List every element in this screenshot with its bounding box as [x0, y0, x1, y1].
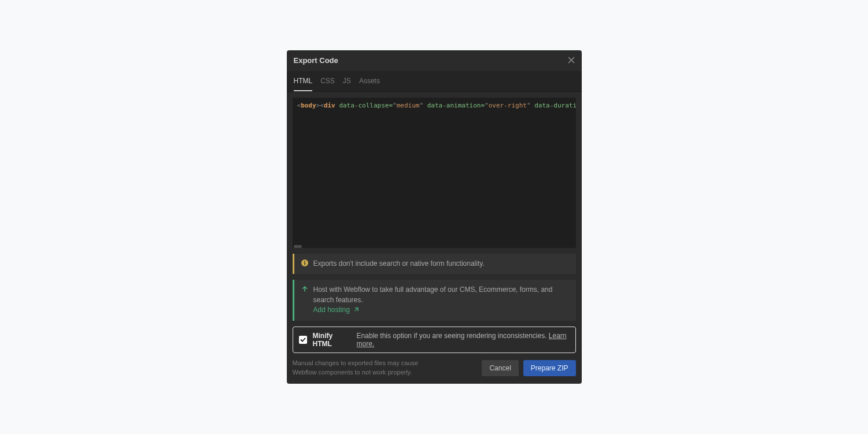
modal-header: Export Code — [287, 50, 582, 71]
prepare-zip-button[interactable]: Prepare ZIP — [523, 360, 576, 376]
add-hosting-link[interactable]: Add hosting — [313, 306, 359, 314]
cancel-button[interactable]: Cancel — [482, 360, 518, 376]
code-token: body — [301, 102, 316, 109]
warning-notice: Exports don't include search or native f… — [293, 254, 576, 274]
export-code-modal: Export Code HTML CSS JS Assets <body><di… — [287, 50, 582, 384]
minify-label: Minify HTML — [313, 332, 351, 348]
hosting-notice: Host with Webflow to take full advantage… — [293, 280, 576, 321]
code-token: " — [485, 102, 489, 109]
modal-footer: Manual changes to exported files may cau… — [287, 359, 582, 384]
code-token — [423, 102, 427, 109]
tab-css[interactable]: CSS — [320, 71, 335, 91]
minify-checkbox[interactable] — [299, 336, 307, 344]
close-icon[interactable] — [568, 56, 575, 65]
code-token: over-right — [489, 102, 527, 109]
horizontal-scrollbar[interactable] — [293, 244, 576, 248]
tab-bar: HTML CSS JS Assets — [287, 71, 582, 92]
code-token: " — [393, 102, 397, 109]
modal-title: Export Code — [294, 56, 338, 65]
hosting-text: Host with Webflow to take full advantage… — [313, 285, 569, 316]
tab-assets[interactable]: Assets — [359, 71, 380, 91]
external-link-icon — [353, 306, 359, 316]
hosting-message: Host with Webflow to take full advantage… — [313, 285, 553, 303]
minify-description: Enable this option if you are seeing ren… — [357, 332, 570, 348]
tab-js[interactable]: JS — [343, 71, 351, 91]
footer-buttons: Cancel Prepare ZIP — [482, 360, 575, 376]
code-token: data-duration= — [534, 102, 575, 109]
warning-text: Exports don't include search or native f… — [313, 259, 485, 269]
minify-html-option[interactable]: Minify HTML Enable this option if you ar… — [293, 327, 576, 353]
svg-rect-1 — [304, 262, 305, 265]
tab-html[interactable]: HTML — [294, 71, 313, 91]
code-token: >< — [316, 102, 324, 109]
code-token: " — [527, 102, 531, 109]
arrow-up-icon — [301, 285, 308, 292]
code-token: data-animation= — [427, 102, 485, 109]
footer-note: Manual changes to exported files may cau… — [293, 359, 437, 377]
code-token: div — [324, 102, 335, 109]
svg-rect-2 — [304, 261, 305, 262]
scrollbar-thumb[interactable] — [294, 245, 302, 248]
code-token: medium — [397, 102, 420, 109]
code-preview[interactable]: <body><div data-collapse="medium" data-a… — [293, 98, 576, 248]
code-token: data-collapse= — [339, 102, 393, 109]
info-icon — [301, 259, 308, 266]
